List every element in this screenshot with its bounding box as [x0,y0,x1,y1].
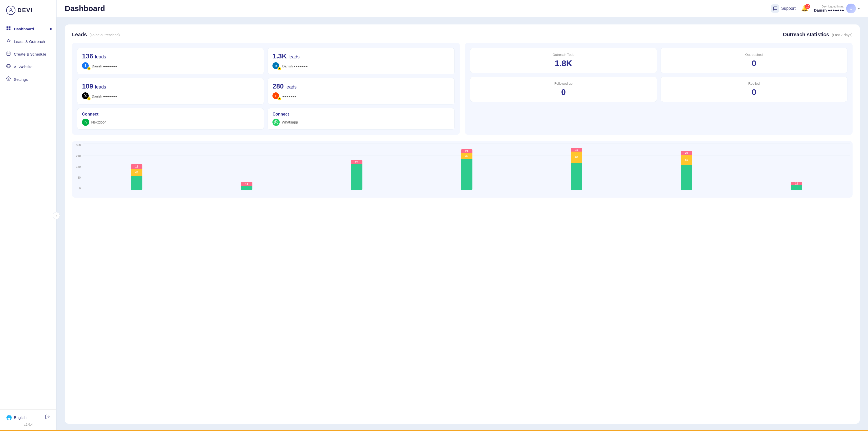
outreach-stats-subtitle: (Last 7 days) [832,33,852,37]
leads-cards-grid: 136 leads f ★ Danish ●●●●●●● [77,48,455,105]
connect-nextdoor-title: Connect [82,112,259,117]
connect-cards-grid: Connect n Nextdoor Connect [77,108,455,130]
collapse-sidebar-button[interactable]: ‹ [53,212,60,219]
svg-point-5 [8,39,9,41]
twitter-lead-count: 109 leads [82,82,259,90]
linkedin-lead-user: in ★ Danish ●●●●●●● [273,62,450,70]
user-sub-icon-reddit: ★ [278,97,281,100]
bar-group-5: 2360 [633,144,740,190]
lead-card-twitter[interactable]: 109 leads 𝕏 ★ Danish ●●●●●●● [77,78,264,105]
svg-point-0 [10,8,12,10]
reddit-lead-user: r ★ ●●●●●●● [273,92,450,100]
bar-group-2: 23 [303,144,410,190]
bar-segment-green [461,159,472,190]
connect-whatsapp-platform: Whatsapp [273,119,450,126]
twitter-username: Danish ●●●●●●● [92,94,117,98]
header-right: Support 🔔 10 Devi logged in as, Danish ●… [771,4,860,13]
section-headers: Leads (To be outreached) Outreach statis… [72,32,852,37]
y-label-0: 0 [72,187,82,190]
y-label-160: 160 [72,165,82,168]
connect-card-whatsapp[interactable]: Connect Whatsapp [268,108,455,130]
lead-card-linkedin[interactable]: 1.3K leads in ★ Danish ●●●●●●● [268,48,455,75]
followed-up-label: Followed-up [475,82,652,85]
bar-segment-green [681,165,692,190]
bar-segment-yellow: 68 [571,151,582,163]
sidebar-label-settings: Settings [14,77,28,82]
settings-icon [6,77,11,82]
user-avatar: D [846,4,856,13]
sidebar-item-dashboard[interactable]: Dashboard [0,23,56,35]
bar-group-6: 11 [743,144,850,190]
chart-section: 320 240 160 80 0 1144112321361968236011 [72,141,852,198]
reddit-lead-count: 280 leads [273,82,450,90]
ai-website-icon [6,64,11,70]
active-dot [50,28,52,30]
y-label-80: 80 [72,176,82,179]
notification-button[interactable]: 🔔 10 [801,5,808,12]
sidebar-nav: Dashboard Leads & Outreach Create & Sche… [0,20,56,409]
svg-rect-2 [9,27,10,28]
support-button[interactable]: Support [771,4,796,12]
connect-card-nextdoor[interactable]: Connect n Nextdoor [77,108,264,130]
lead-card-facebook[interactable]: 136 leads f ★ Danish ●●●●●●● [77,48,264,75]
sidebar-label-leads-outreach: Leads & Outreach [14,39,45,44]
outreach-stats-title: Outreach statistics [783,32,829,37]
version-text: v.2.6.4 [6,423,50,426]
chevron-down-icon: ▾ [858,6,860,10]
bar-segment-yellow: 44 [131,169,143,176]
user-sub-icon-twitter: ★ [87,97,91,100]
connect-whatsapp-title: Connect [273,112,450,117]
facebook-lead-count: 136 leads [82,52,259,60]
notification-badge: 10 [805,4,810,9]
replied-label: Replied [666,82,842,85]
facebook-username: Danish ●●●●●●● [92,64,117,68]
outreached-value: 0 [666,59,842,68]
svg-rect-8 [7,52,10,56]
y-label-240: 240 [72,154,82,157]
twitter-lead-user: 𝕏 ★ Danish ●●●●●●● [82,92,259,100]
bar-segment-red: 11 [131,164,143,169]
language-icon: 🌐 [6,415,12,421]
nextdoor-icon: n [82,119,89,126]
outreach-todo-value: 1.8K [475,59,652,68]
sidebar-item-settings[interactable]: Settings [0,73,56,86]
bar-group-0: 1144 [83,144,190,190]
sidebar: DEVI Dashboard Leads & Outreach Create &… [0,0,57,431]
create-schedule-icon [6,51,11,57]
svg-rect-3 [7,29,8,30]
sidebar-label-dashboard: Dashboard [14,27,34,31]
support-label: Support [781,6,796,11]
bar-group-3: 2136 [413,144,520,190]
logout-icon[interactable] [45,414,50,421]
sidebar-label-ai-website: AI Website [14,65,32,69]
bar-segment-red: 23 [351,160,363,164]
svg-rect-4 [9,29,10,30]
followed-up-value: 0 [475,87,652,97]
bar-segment-green [351,164,363,190]
language-selector[interactable]: 🌐 English [6,415,27,421]
support-icon [771,4,779,12]
connect-nextdoor-platform: n Nextdoor [82,119,259,126]
sidebar-item-ai-website[interactable]: AI Website [0,60,56,73]
stat-card-outreached: Outreached 0 [660,48,847,73]
user-info[interactable]: Devi logged in as, Danish ●●●●●●● D ▾ [814,4,860,13]
leads-outreach-icon [6,38,11,45]
bar-segment-green [791,185,802,190]
bar-segment-yellow: 60 [681,155,692,165]
facebook-lead-user: f ★ Danish ●●●●●●● [82,62,259,70]
chart-y-labels: 320 240 160 80 0 [72,141,82,198]
outreached-label: Outreached [666,53,842,57]
stats-grid: Outreach Todo 1.8K Outreached 0 Followed… [470,48,848,102]
sidebar-item-leads-outreach[interactable]: Leads & Outreach [0,35,56,48]
lead-card-reddit[interactable]: 280 leads r ★ ●●●●●●● [268,78,455,105]
replied-value: 0 [666,87,842,97]
bar-segment-green [131,176,143,190]
stat-card-outreach-todo: Outreach Todo 1.8K [470,48,657,73]
chart-bars: 1144112321361968236011 [83,144,850,190]
bar-segment-green [571,163,582,190]
sidebar-item-create-schedule[interactable]: Create & Schedule [0,48,56,60]
top-grid: 136 leads f ★ Danish ●●●●●●● [72,43,852,135]
content-area: Leads (To be outreached) Outreach statis… [57,17,868,431]
chart-container: 320 240 160 80 0 1144112321361968236011 [72,141,852,198]
bar-segment-red: 11 [791,182,802,185]
